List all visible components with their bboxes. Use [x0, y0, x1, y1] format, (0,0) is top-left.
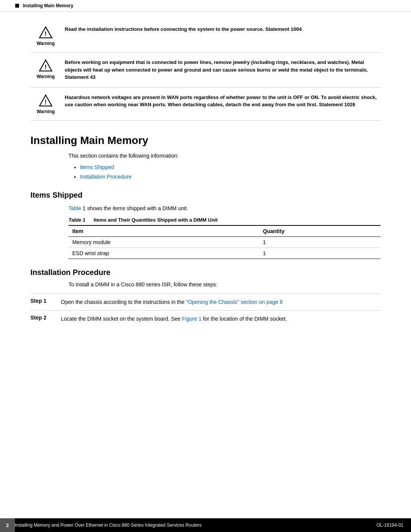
warning-text-2: Before working on equipment that is conn…: [61, 59, 381, 81]
step-2-text-before: Locate the DIMM socket on the system boa…: [61, 316, 182, 322]
table-1-link[interactable]: Table: [68, 205, 81, 211]
table-caption: Table 1 Items and Their Quantities Shipp…: [68, 217, 381, 223]
warning-label-1: Warning: [37, 41, 55, 46]
col-item: Item: [68, 225, 259, 237]
items-shipped-body: Table 1 shows the items shipped with a D…: [68, 204, 381, 212]
step-1-text: Open the chassis according to the instru…: [61, 298, 381, 306]
header-square-icon: [15, 4, 19, 8]
items-shipped-link[interactable]: Items Shipped: [80, 164, 114, 170]
table-title: Items and Their Quantities Shipped with …: [94, 217, 218, 223]
step-2-text-after: for the location of the DIMM socket.: [202, 316, 287, 322]
warning-triangle-icon-2: !: [39, 59, 53, 72]
footer-doc-title: Installing Memory and Power Over Etherne…: [14, 522, 202, 528]
steps-container: Step 1 Open the chassis according to the…: [30, 294, 381, 327]
step-1-label: Step 1: [30, 298, 61, 304]
warning-section-1: ! Warning Read the installation instruct…: [30, 19, 381, 53]
header-bar: Installing Main Memory: [0, 0, 411, 12]
main-heading: Installing Main Memory: [30, 134, 381, 147]
step-2-label: Step 2: [30, 315, 61, 321]
footer-page-number: 2: [0, 518, 15, 532]
table-header-row: Item Quantity: [68, 225, 381, 237]
step-2-text: Locate the DIMM socket on the system boa…: [61, 315, 381, 323]
warning-section-2: ! Warning Before working on equipment th…: [30, 53, 381, 88]
installation-procedure-link[interactable]: Installation Procedure: [80, 174, 131, 180]
col-quantity: Quantity: [259, 225, 381, 237]
item-esd-wrist-strap: ESD wrist strap: [68, 248, 259, 259]
svg-text:!: !: [45, 30, 46, 37]
intro-text: This section contains the following info…: [68, 153, 381, 159]
warning-section-3: ! Warning Hazardous network voltages are…: [30, 88, 381, 121]
step-2-row: Step 2 Locate the DIMM socket on the sys…: [30, 310, 381, 327]
warning-icon-col-1: ! Warning: [30, 26, 61, 46]
footer-left: Installing Memory and Power Over Etherne…: [8, 522, 202, 528]
qty-esd-wrist-strap: 1: [259, 248, 381, 259]
warning-label-3: Warning: [37, 109, 55, 114]
table-label: Table: [68, 217, 81, 223]
item-memory-module: Memory module: [68, 237, 259, 248]
warning-text-3: Hazardous network voltages are present i…: [61, 94, 381, 109]
step-1-row: Step 1 Open the chassis according to the…: [30, 294, 381, 310]
table-number: 1: [83, 217, 92, 223]
items-table: Item Quantity Memory module 1 ESD wrist …: [68, 225, 381, 259]
opening-chassis-link[interactable]: "Opening the Chassis" section on page 8: [186, 299, 282, 305]
warning-icon-col-2: ! Warning: [30, 59, 61, 79]
warning-triangle-icon-1: !: [39, 26, 53, 39]
header-title: Installing Main Memory: [23, 3, 73, 8]
table-row: ESD wrist strap 1: [68, 248, 381, 259]
installation-procedure-heading: Installation Procedure: [30, 268, 381, 277]
procedure-intro: To install a DIMM in a Cisco 880 series …: [68, 281, 381, 288]
list-item-items-shipped: Items Shipped: [80, 163, 381, 172]
qty-memory-module: 1: [259, 237, 381, 248]
warning-label-2: Warning: [37, 74, 55, 79]
page-container: Installing Main Memory ! Warning Read th…: [0, 0, 411, 532]
warning-triangle-icon-3: !: [39, 94, 53, 107]
items-shipped-heading: Items Shipped: [30, 191, 381, 200]
svg-text:!: !: [45, 98, 46, 105]
footer: Installing Memory and Power Over Etherne…: [0, 518, 411, 532]
warning-text-1: Read the installation instructions befor…: [61, 26, 381, 33]
main-content: ! Warning Read the installation instruct…: [0, 12, 411, 357]
svg-text:!: !: [45, 64, 46, 70]
footer-doc-number: OL-16194-01: [376, 522, 403, 528]
list-item-installation-procedure: Installation Procedure: [80, 172, 381, 182]
table-row: Memory module 1: [68, 237, 381, 248]
bullet-list: Items Shipped Installation Procedure: [80, 163, 381, 182]
figure-1-link[interactable]: Figure 1: [182, 316, 201, 322]
warning-icon-col-3: ! Warning: [30, 94, 61, 114]
step-1-text-before: Open the chassis according to the instru…: [61, 299, 186, 305]
